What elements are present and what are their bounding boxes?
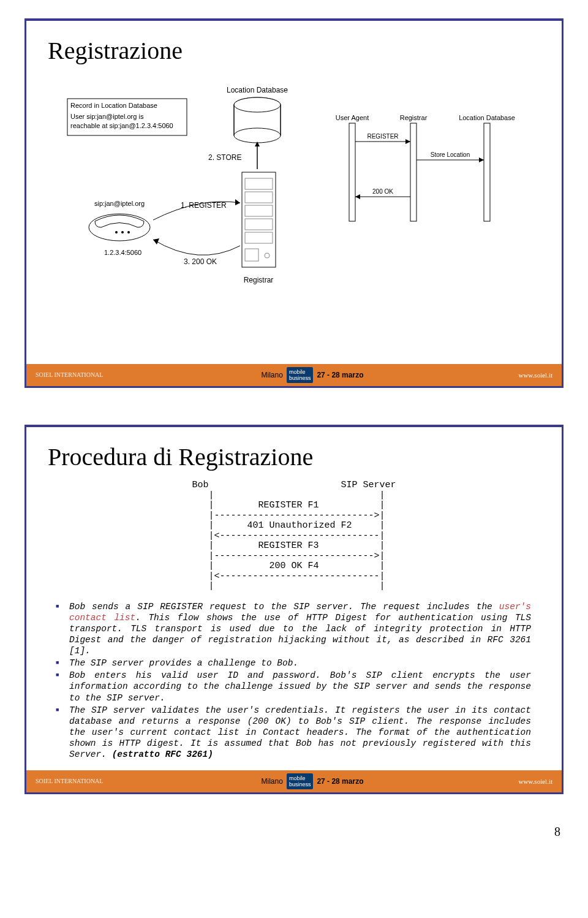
svg-text:1. REGISTER: 1. REGISTER [181, 201, 227, 210]
footer-right: www.soiel.it [479, 770, 552, 792]
footer-logo: mobilebusiness [287, 773, 314, 789]
svg-marker-28 [235, 199, 240, 205]
svg-text:1.2.3.4:5060: 1.2.3.4:5060 [104, 249, 141, 256]
note-item: Bob sends a SIP REGISTER request to the … [69, 601, 531, 657]
footer-city: Milano [262, 364, 283, 386]
slide-procedura: Procedura di Registrazione Bob SIP Serve… [24, 425, 564, 794]
svg-point-23 [115, 231, 118, 233]
svg-text:User Agent: User Agent [336, 114, 369, 121]
sip-sequence-ascii: Bob SIP Server | | | REGISTER F1 | |----… [45, 480, 543, 592]
slide-registrazione: Registrazione Record in Location Databas… [24, 18, 564, 388]
slide-footer: SOIEL INTERNATIONAL Milano mobilebusines… [26, 770, 562, 792]
slide-title: Procedura di Registrazione [48, 442, 543, 471]
svg-point-25 [127, 231, 130, 233]
page-number: 8 [0, 813, 588, 851]
note-item: The SIP server validates the user's cred… [69, 705, 531, 761]
svg-text:sip:jan@iptel.org: sip:jan@iptel.org [94, 200, 145, 207]
svg-rect-37 [484, 123, 490, 221]
svg-text:Registrar: Registrar [400, 114, 428, 121]
footer-city: Milano [262, 770, 283, 792]
svg-text:Store Location: Store Location [431, 151, 470, 158]
svg-point-8 [234, 97, 281, 112]
svg-rect-19 [245, 249, 258, 261]
svg-text:REGISTER: REGISTER [367, 133, 398, 140]
svg-text:3. 200 OK: 3. 200 OK [184, 257, 217, 266]
svg-point-7 [234, 128, 281, 143]
slide-title: Registrazione [48, 36, 543, 65]
svg-text:Registrar: Registrar [244, 276, 274, 284]
svg-marker-45 [355, 194, 360, 199]
footer-dates: 27 - 28 marzo [317, 770, 363, 792]
notes-list: Bob sends a SIP REGISTER request to the … [45, 601, 543, 761]
svg-rect-35 [349, 123, 355, 221]
svg-marker-39 [405, 139, 410, 144]
footer-left: SOIEL INTERNATIONAL [36, 364, 146, 386]
svg-rect-14 [245, 178, 273, 189]
svg-text:Location Database: Location Database [227, 86, 288, 94]
svg-rect-18 [245, 232, 273, 243]
svg-text:Location Database: Location Database [459, 114, 515, 121]
registration-diagram: Record in Location Database User sip:jan… [61, 74, 527, 307]
footer-logo: mobilebusiness [287, 367, 314, 383]
diagram-text: Record in Location Database [70, 102, 157, 109]
note-item: Bob enters his valid user ID and passwor… [69, 670, 531, 703]
svg-text:User sip:jan@iptel.org is: User sip:jan@iptel.org is [70, 113, 144, 120]
svg-rect-15 [245, 192, 273, 203]
svg-point-24 [121, 231, 124, 233]
slide-footer: SOIEL INTERNATIONAL Milano mobilebusines… [26, 364, 562, 386]
footer-left: SOIEL INTERNATIONAL [36, 770, 146, 792]
svg-text:reachable at sip:jan@1.2.3.4:5: reachable at sip:jan@1.2.3.4:5060 [70, 122, 173, 129]
note-item: The SIP server provides a challenge to B… [69, 658, 531, 669]
svg-rect-36 [410, 123, 417, 221]
svg-marker-42 [479, 157, 484, 162]
footer-right: www.soiel.it [479, 364, 552, 386]
svg-rect-16 [245, 205, 273, 216]
svg-rect-17 [245, 219, 273, 230]
svg-text:2. STORE: 2. STORE [208, 153, 241, 162]
svg-marker-30 [153, 238, 159, 245]
footer-dates: 27 - 28 marzo [317, 364, 363, 386]
svg-text:200 OK: 200 OK [372, 188, 393, 195]
